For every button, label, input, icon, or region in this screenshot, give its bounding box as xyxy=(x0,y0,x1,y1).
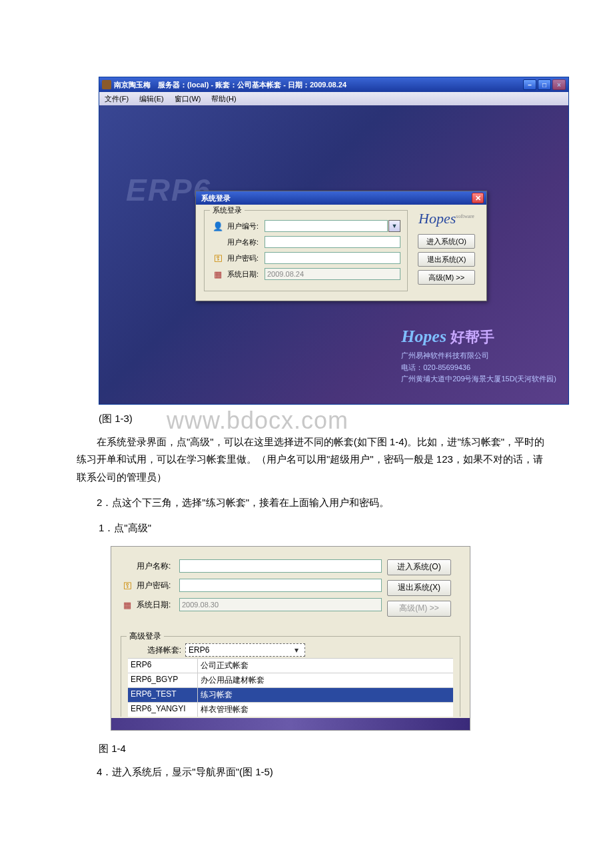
login-button[interactable]: 进入系统(O) xyxy=(418,234,475,249)
select-account-label: 选择帐套: xyxy=(128,645,181,656)
chevron-down-icon[interactable]: ▾ xyxy=(291,645,302,655)
maximize-button[interactable]: □ xyxy=(538,79,551,90)
option-name: 办公用品建材帐套 xyxy=(198,673,453,687)
user-id-input[interactable] xyxy=(265,220,388,232)
account-option[interactable]: ERP6公司正式帐套 xyxy=(128,658,453,673)
menu-edit[interactable]: 编辑(E) xyxy=(134,94,169,104)
brand-block: Hopes好帮手 广州易神软件科技有限公司 电话：020-85699436 广州… xyxy=(401,323,556,385)
fig14-password-label: 用户密码: xyxy=(137,580,179,591)
option-code: ERP6_BGYP xyxy=(128,673,198,687)
login-fieldset: 系统登录 👤 用户编号: 用户名称: xyxy=(204,210,408,291)
user-icon: 👤 xyxy=(211,221,225,231)
menu-file[interactable]: 文件(F) xyxy=(99,94,134,104)
paragraph-2: 2．点这个下三角，选择"练习帐套"，接着在上面输入用户和密码。 xyxy=(77,494,550,511)
select-account-combobox[interactable]: ERP6 ▾ xyxy=(185,643,305,657)
brand-address: 广州黄埔大道中209号海景大厦15D(天河软件园) xyxy=(401,373,556,385)
hopes-logo: Hopessoftware xyxy=(414,210,478,227)
password-input[interactable] xyxy=(265,252,400,264)
advanced-legend: 高级登录 xyxy=(127,631,164,642)
sysdate-label: 系统日期: xyxy=(227,269,265,279)
user-name-label: 用户名称: xyxy=(227,237,265,247)
fig14-fields: 用户名称: ⚿ 用户密码: ▦ 系统日期: xyxy=(121,553,382,621)
brand-company: 广州易神软件科技有限公司 xyxy=(401,350,556,362)
option-name: 样衣管理帐套 xyxy=(198,703,453,717)
key-icon: ⚿ xyxy=(121,581,134,591)
advanced-fieldset: 高级登录 选择帐套: ERP6 ▾ ERP6公司正式帐套ERP6_BGYP办公用… xyxy=(121,636,460,717)
close-button[interactable]: × xyxy=(552,79,566,90)
dialog-title: 系统登录 xyxy=(201,193,231,203)
minimize-button[interactable]: – xyxy=(523,79,536,90)
select-account-value: ERP6 xyxy=(189,645,209,655)
account-option[interactable]: ERP6_YANGYI样衣管理帐套 xyxy=(128,702,453,717)
figure-1-4: 用户名称: ⚿ 用户密码: ▦ 系统日期: 进入系统(O) 退出系统(X) 高级… xyxy=(111,546,470,731)
fig14-advanced-button[interactable]: 高级(M) >> xyxy=(387,601,451,617)
fig14-button-column: 进入系统(O) 退出系统(X) 高级(M) >> xyxy=(387,553,460,621)
paragraph-1: 在系统登录界面，点"高级"，可以在这里选择进不同的帐套(如下图 1-4)。比如，… xyxy=(77,433,550,486)
app-body: ERP6 系统登录 ✕ 系统登录 👤 用户编号 xyxy=(99,105,568,404)
calendar-icon: ▦ xyxy=(211,269,225,279)
dialog-titlebar: 系统登录 ✕ xyxy=(196,191,486,205)
brand-logo: Hopes好帮手 xyxy=(401,323,556,351)
figure-1-4-caption: 图 1-4 xyxy=(99,743,613,755)
dialog-button-column: Hopessoftware 进入系统(O) 退出系统(X) 高级(M) >> xyxy=(414,210,478,291)
fig14-sysdate-label: 系统日期: xyxy=(137,599,179,611)
dialog-close-button[interactable]: ✕ xyxy=(472,193,484,203)
figure-1-3-caption: (图 1-3) xyxy=(99,413,613,425)
key-icon: ⚿ xyxy=(211,253,225,263)
user-id-label: 用户编号: xyxy=(227,221,265,231)
brand-phone: 电话：020-85699436 xyxy=(401,362,556,374)
decorative-footer-bar xyxy=(111,718,470,730)
window-titlebar: 南京陶玉梅 服务器：(local) - 账套：公司基本帐套 - 日期：2009.… xyxy=(99,77,568,92)
window-title: 南京陶玉梅 服务器：(local) - 账套：公司基本帐套 - 日期：2009.… xyxy=(114,80,346,90)
account-option[interactable]: ERP6_TEST练习帐套 xyxy=(128,687,453,702)
sysdate-input xyxy=(265,268,400,280)
fig14-password-input[interactable] xyxy=(179,579,382,592)
advanced-button[interactable]: 高级(M) >> xyxy=(418,270,475,285)
fig14-exit-button[interactable]: 退出系统(X) xyxy=(387,580,451,596)
fig14-username-input[interactable] xyxy=(179,559,382,573)
fieldset-legend: 系统登录 xyxy=(210,205,245,215)
option-name: 公司正式帐套 xyxy=(198,659,453,673)
app-window: 南京陶玉梅 服务器：(local) - 账套：公司基本帐套 - 日期：2009.… xyxy=(99,77,569,405)
paragraph-3: 1．点"高级" xyxy=(99,519,550,537)
account-option[interactable]: ERP6_BGYP办公用品建材帐套 xyxy=(128,673,453,687)
menu-window[interactable]: 窗口(W) xyxy=(169,94,207,104)
option-code: ERP6_TEST xyxy=(128,688,198,702)
app-icon xyxy=(102,80,111,89)
login-dialog: 系统登录 ✕ 系统登录 👤 用户编号: xyxy=(195,191,487,301)
user-name-input[interactable] xyxy=(265,236,400,248)
figure-1-3: 南京陶玉梅 服务器：(local) - 账套：公司基本帐套 - 日期：2009.… xyxy=(99,77,569,405)
menu-bar: 文件(F) 编辑(E) 窗口(W) 帮助(H) xyxy=(99,92,568,105)
exit-button[interactable]: 退出系统(X) xyxy=(418,252,475,267)
paragraph-4: 4．进入系统后，显示"导航界面"(图 1-5) xyxy=(77,763,550,781)
option-code: ERP6 xyxy=(128,659,198,673)
fig14-login-button[interactable]: 进入系统(O) xyxy=(387,559,451,575)
account-options-list: ERP6公司正式帐套ERP6_BGYP办公用品建材帐套ERP6_TEST练习帐套… xyxy=(128,658,453,717)
option-name: 练习帐套 xyxy=(198,688,453,702)
menu-help[interactable]: 帮助(H) xyxy=(206,94,241,104)
option-code: ERP6_YANGYI xyxy=(128,703,198,717)
fig14-username-label: 用户名称: xyxy=(137,561,179,572)
password-label: 用户密码: xyxy=(227,253,265,263)
user-id-dropdown-button[interactable] xyxy=(388,220,400,232)
fig14-sysdate-input xyxy=(179,598,382,611)
calendar-icon: ▦ xyxy=(121,600,134,610)
